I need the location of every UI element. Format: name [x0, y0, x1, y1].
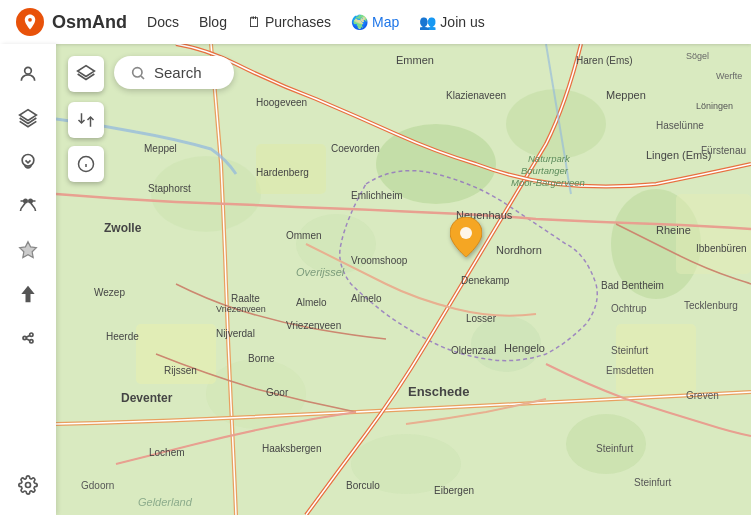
svg-text:Haren (Ems): Haren (Ems) [576, 55, 633, 66]
map-label: Map [372, 14, 399, 30]
svg-text:Hengelo: Hengelo [504, 342, 545, 354]
svg-text:Oldenzaal: Oldenzaal [451, 345, 496, 356]
svg-point-17 [296, 214, 376, 274]
nav-map[interactable]: 🌍 Map [351, 14, 399, 30]
svg-text:Meppen: Meppen [606, 89, 646, 101]
svg-text:Ochtrup: Ochtrup [611, 303, 647, 314]
svg-point-8 [23, 336, 26, 339]
nav-purchases[interactable]: 🗒 Purchases [247, 14, 331, 30]
sidebar-osm-edits[interactable] [8, 318, 48, 358]
svg-point-4 [22, 155, 34, 167]
sidebar-settings[interactable] [8, 465, 48, 505]
svg-text:Vriezenveen: Vriezenveen [286, 320, 341, 331]
svg-text:Borne: Borne [248, 353, 275, 364]
svg-text:Lochem: Lochem [149, 447, 185, 458]
sidebar-favorites[interactable] [8, 230, 48, 270]
nav-blog[interactable]: Blog [199, 14, 227, 30]
svg-point-13 [26, 483, 31, 488]
svg-text:Zwolle: Zwolle [104, 221, 142, 235]
map-info-button[interactable] [68, 146, 104, 182]
svg-text:Moor-Bargerveen: Moor-Bargerveen [511, 177, 585, 188]
svg-text:Werfte: Werfte [716, 71, 742, 81]
svg-text:Vriezenveen: Vriezenveen [216, 304, 266, 314]
svg-text:Fürstenau: Fürstenau [701, 145, 746, 156]
svg-point-22 [566, 414, 646, 474]
svg-text:Hardenberg: Hardenberg [256, 167, 309, 178]
svg-rect-14 [56, 44, 751, 515]
svg-text:Tecklenburg: Tecklenburg [684, 300, 738, 311]
sidebar-layers[interactable] [8, 98, 48, 138]
svg-point-18 [151, 156, 261, 232]
svg-text:Vroomshoop: Vroomshoop [351, 255, 408, 266]
logo-text: OsmAnd [52, 12, 127, 33]
nav-joinus[interactable]: 👥 Join us [419, 14, 484, 30]
svg-text:Almelo: Almelo [296, 297, 327, 308]
map-roads: Emmen Haren (Ems) Sögel Werfte Löningen … [56, 44, 751, 515]
svg-text:Rheine: Rheine [656, 224, 691, 236]
search-label: Search [154, 64, 202, 81]
svg-point-10 [30, 340, 33, 343]
svg-text:Losser: Losser [466, 313, 497, 324]
sidebar-route[interactable] [8, 186, 48, 226]
svg-point-15 [376, 124, 496, 204]
svg-text:Hoogeveen: Hoogeveen [256, 97, 307, 108]
location-pin-icon [450, 217, 482, 257]
logo-icon [16, 8, 44, 36]
svg-point-5 [24, 199, 27, 202]
svg-point-87 [133, 67, 142, 76]
purchases-emoji: 🗒 [247, 14, 261, 30]
svg-point-2 [25, 67, 32, 74]
svg-point-9 [30, 333, 33, 336]
svg-point-23 [351, 434, 461, 494]
map-layer-button[interactable] [68, 56, 104, 92]
svg-text:Deventer: Deventer [121, 391, 173, 405]
purchases-label: Purchases [265, 14, 331, 30]
map-container[interactable]: Emmen Haren (Ems) Sögel Werfte Löningen … [56, 44, 751, 515]
svg-text:Bad Bentheim: Bad Bentheim [601, 280, 664, 291]
svg-text:Haaksbergen: Haaksbergen [262, 443, 321, 454]
svg-text:Nordhorn: Nordhorn [496, 244, 542, 256]
svg-point-16 [506, 89, 606, 159]
svg-text:Enschede: Enschede [408, 384, 469, 399]
svg-text:Wezep: Wezep [94, 287, 125, 298]
svg-text:Heerde: Heerde [106, 331, 139, 342]
map-search-bar[interactable]: Search [114, 56, 234, 89]
svg-point-6 [29, 199, 32, 202]
svg-text:Emsdetten: Emsdetten [606, 365, 654, 376]
sidebar [0, 44, 56, 515]
logo[interactable]: OsmAnd [16, 8, 127, 36]
svg-point-20 [471, 316, 541, 372]
svg-rect-26 [616, 324, 696, 394]
svg-text:Nijverdal: Nijverdal [216, 328, 255, 339]
svg-text:Borculo: Borculo [346, 480, 380, 491]
svg-text:Eibergen: Eibergen [434, 485, 474, 496]
svg-text:Almelo: Almelo [351, 293, 382, 304]
nav-docs[interactable]: Docs [147, 14, 179, 30]
map-route-button[interactable] [68, 102, 104, 138]
svg-point-21 [206, 359, 306, 429]
svg-text:Emmen: Emmen [396, 54, 434, 66]
sidebar-profile[interactable] [8, 54, 48, 94]
svg-text:Klazienaveen: Klazienaveen [446, 90, 506, 101]
svg-rect-25 [256, 144, 326, 194]
svg-text:Staphorst: Staphorst [148, 183, 191, 194]
svg-text:Overijssel: Overijssel [296, 266, 345, 278]
svg-text:Lingen (Ems): Lingen (Ems) [646, 149, 711, 161]
sidebar-download[interactable] [8, 142, 48, 182]
svg-text:Gelderland: Gelderland [138, 496, 193, 508]
svg-text:Bourtanger: Bourtanger [521, 165, 569, 176]
svg-text:Gdoorn: Gdoorn [81, 480, 114, 491]
location-pin[interactable] [450, 217, 482, 265]
svg-text:Meppel: Meppel [144, 143, 177, 154]
sidebar-directions[interactable] [8, 274, 48, 314]
joinus-label: Join us [440, 14, 484, 30]
svg-point-1 [28, 18, 32, 22]
search-icon [130, 65, 146, 81]
svg-point-19 [611, 189, 701, 299]
map-background: Emmen Haren (Ems) Sögel Werfte Löningen … [56, 44, 751, 515]
svg-text:Raalte: Raalte [231, 293, 260, 304]
navbar: OsmAnd Docs Blog 🗒 Purchases 🌍 Map 👥 Joi… [0, 0, 751, 44]
svg-text:Haselünne: Haselünne [656, 120, 704, 131]
svg-rect-24 [136, 324, 216, 384]
svg-text:Emlichheim: Emlichheim [351, 190, 403, 201]
